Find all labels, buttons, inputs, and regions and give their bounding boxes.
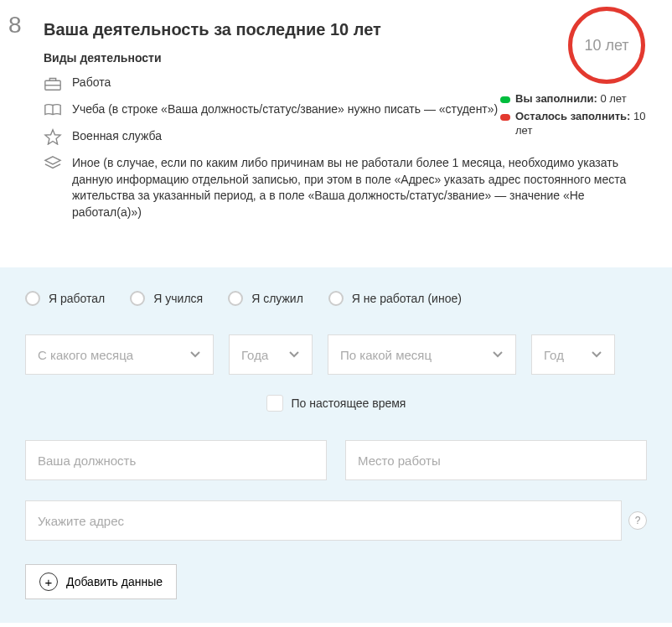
step-number: 8	[8, 12, 22, 39]
briefcase-icon	[44, 75, 62, 91]
address-input[interactable]: Укажите адрес	[25, 500, 622, 541]
radio-none-label: Я не работал (иное)	[352, 292, 462, 305]
select-from-month-label: С какого месяца	[38, 348, 133, 362]
stat-filled: Вы заполнили: 0 лет	[500, 92, 647, 106]
select-from-month[interactable]: С какого месяца	[25, 334, 214, 375]
address-placeholder: Укажите адрес	[38, 514, 124, 528]
activity-military-text: Военная служба	[72, 128, 162, 145]
years-circle-label: 10 лет	[584, 37, 628, 54]
svg-marker-3	[45, 130, 60, 144]
select-to-year-label: Год	[544, 348, 564, 362]
radio-studied-label: Я учился	[153, 292, 203, 305]
years-circle: 10 лет	[568, 7, 645, 84]
stat-remaining-label: Осталось заполнить:	[515, 110, 630, 122]
page-title: Ваша деятельность за последние 10 лет	[44, 20, 652, 39]
workplace-placeholder: Место работы	[358, 453, 441, 468]
radio-studied[interactable]: Я учился	[130, 291, 203, 306]
activity-work: Работа	[44, 75, 652, 91]
select-from-year[interactable]: Года	[229, 334, 313, 375]
dot-red-icon	[500, 114, 510, 121]
chevron-down-icon	[591, 350, 602, 359]
activity-study-text: Учеба (в строке «Ваша должность/статус/з…	[72, 101, 498, 118]
select-to-year[interactable]: Год	[531, 334, 615, 375]
radio-icon	[228, 291, 243, 306]
activity-other: Иное (в случае, если по каким либо причи…	[44, 155, 652, 220]
layers-icon	[44, 155, 62, 172]
activity-work-text: Работа	[72, 75, 111, 91]
stat-filled-label: Вы заполнили:	[515, 92, 597, 105]
help-icon[interactable]: ?	[628, 511, 647, 530]
form-panel: Я работал Я учился Я служил Я не работал…	[0, 267, 672, 623]
add-data-button[interactable]: + Добавить данные	[25, 564, 177, 599]
checkbox-present-label: По настоящее время	[292, 396, 406, 410]
chevron-down-icon	[492, 350, 504, 359]
activities-subtitle: Виды деятельности	[44, 51, 652, 65]
radio-none[interactable]: Я не работал (иное)	[328, 291, 462, 306]
add-data-label: Добавить данные	[66, 575, 163, 588]
plus-icon: +	[39, 573, 58, 591]
star-icon	[44, 128, 62, 145]
radio-icon	[328, 291, 344, 306]
stat-filled-value: 0 лет	[600, 92, 626, 105]
stat-remaining: Осталось заполнить: 10 лет	[500, 110, 647, 138]
radio-icon	[25, 291, 40, 306]
select-to-month-label: По какой месяц	[340, 348, 432, 362]
radio-icon	[130, 291, 145, 306]
select-from-year-label: Года	[241, 348, 268, 362]
position-input[interactable]: Ваша должность	[25, 440, 327, 480]
dot-green-icon	[500, 96, 510, 103]
book-icon	[44, 101, 62, 118]
checkbox-present[interactable]	[266, 395, 283, 412]
chevron-down-icon	[189, 350, 201, 359]
radio-worked-label: Я работал	[49, 292, 105, 305]
select-to-month[interactable]: По какой месяц	[328, 334, 516, 375]
radio-worked[interactable]: Я работал	[25, 291, 105, 306]
workplace-input[interactable]: Место работы	[345, 440, 647, 480]
position-placeholder: Ваша должность	[38, 453, 136, 468]
svg-marker-4	[45, 157, 60, 164]
activity-other-text: Иное (в случае, если по каким либо причи…	[72, 155, 652, 220]
radio-served-label: Я служил	[251, 292, 303, 305]
chevron-down-icon	[288, 350, 300, 359]
radio-served[interactable]: Я служил	[228, 291, 303, 306]
